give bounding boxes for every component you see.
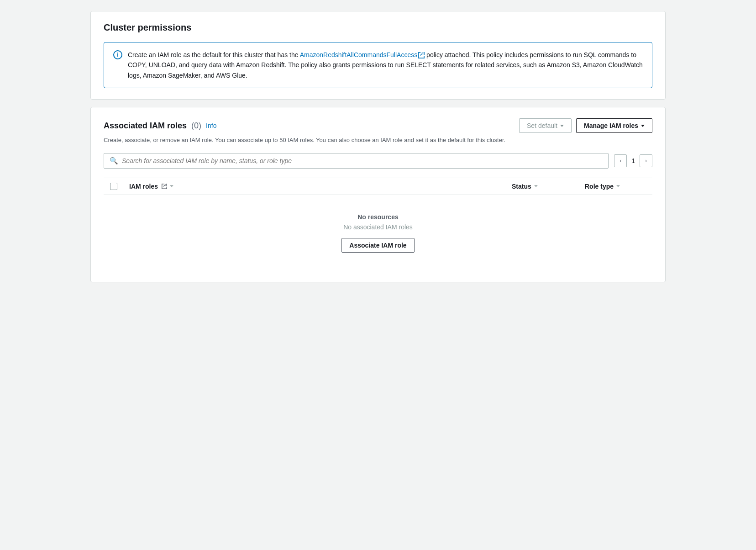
col-iam-roles-label: IAM roles <box>129 183 158 190</box>
table-select-all-cell <box>104 183 124 190</box>
select-all-checkbox[interactable] <box>110 183 117 190</box>
search-bar: 🔍 ‹ 1 › <box>104 153 652 169</box>
info-box: i Create an IAM role as the default for … <box>104 42 652 88</box>
page-wrapper: Cluster permissions i Create an IAM role… <box>90 11 666 282</box>
manage-iam-roles-chevron-icon <box>641 125 645 127</box>
table-col-status: Status <box>506 183 579 190</box>
manage-iam-roles-button[interactable]: Manage IAM roles <box>576 118 652 133</box>
section-title-group: Associated IAM roles (0) Info <box>104 121 216 131</box>
search-input-wrapper: 🔍 <box>104 153 609 169</box>
iam-roles-count: (0) <box>191 121 201 131</box>
section-description: Create, associate, or remove an IAM role… <box>104 136 652 145</box>
col-status-label: Status <box>512 183 531 190</box>
empty-state: No resources No associated IAM roles Ass… <box>104 195 652 271</box>
empty-state-description: No associated IAM roles <box>113 223 643 231</box>
cluster-permissions-card: Cluster permissions i Create an IAM role… <box>90 11 666 100</box>
iam-roles-sort-icon[interactable] <box>170 185 173 187</box>
set-default-chevron-icon <box>560 125 564 127</box>
button-group: Set default Manage IAM roles <box>519 118 652 133</box>
info-text-before-link: Create an IAM role as the default for th… <box>128 51 300 58</box>
pagination-prev-button[interactable]: ‹ <box>614 154 627 167</box>
iam-roles-col-external-icon <box>162 184 167 189</box>
external-link-icon <box>418 52 425 58</box>
pagination-current: 1 <box>631 157 635 164</box>
search-icon: 🔍 <box>110 157 118 165</box>
pagination-next-button[interactable]: › <box>640 154 652 167</box>
info-text: Create an IAM role as the default for th… <box>128 50 643 80</box>
associated-iam-roles-title: Associated IAM roles <box>104 121 187 131</box>
search-input[interactable] <box>122 157 603 164</box>
associated-iam-roles-card: Associated IAM roles (0) Info Set defaul… <box>90 107 666 282</box>
set-default-label: Set default <box>527 122 557 129</box>
info-icon: i <box>113 50 122 59</box>
info-link[interactable]: Info <box>206 122 216 129</box>
status-sort-icon[interactable] <box>534 185 538 187</box>
empty-state-title: No resources <box>113 213 643 221</box>
manage-iam-roles-label: Manage IAM roles <box>584 122 638 129</box>
pagination: ‹ 1 › <box>614 154 652 167</box>
set-default-button[interactable]: Set default <box>519 118 572 133</box>
table-wrapper: IAM roles Status Role type No resources … <box>104 178 652 271</box>
role-type-sort-icon[interactable] <box>616 185 620 187</box>
cluster-permissions-title: Cluster permissions <box>104 22 652 33</box>
table-header-row: IAM roles Status Role type <box>104 178 652 195</box>
amazon-redshift-full-access-link[interactable]: AmazonRedshiftAllCommandsFullAccess <box>300 51 418 58</box>
associate-iam-role-button[interactable]: Associate IAM role <box>341 238 414 253</box>
col-role-type-label: Role type <box>585 183 614 190</box>
table-col-role-type: Role type <box>579 183 652 190</box>
table-col-iam-roles: IAM roles <box>124 183 506 190</box>
section-header: Associated IAM roles (0) Info Set defaul… <box>104 118 652 133</box>
